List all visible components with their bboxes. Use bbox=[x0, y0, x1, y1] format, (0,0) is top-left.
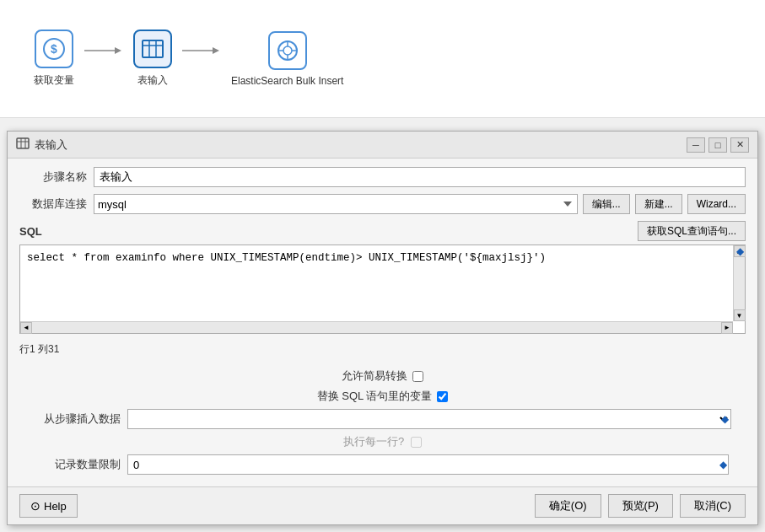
scroll-left-btn[interactable]: ◄ bbox=[20, 322, 32, 334]
footer-left: ⊙ Help bbox=[19, 494, 78, 518]
dialog-title-text: 表输入 bbox=[35, 137, 67, 153]
sql-header: SQL 获取SQL查询语句... bbox=[19, 221, 746, 241]
limit-label: 记录数量限制 bbox=[36, 457, 121, 472]
pipeline-node-get-var[interactable]: $ 获取变量 bbox=[34, 30, 74, 88]
cancel-button[interactable]: 取消(C) bbox=[680, 494, 746, 518]
table-input-dialog: 表输入 ─ □ ✕ 步骤名称 数据库连接 mysql 编辑... 新建... W… bbox=[7, 131, 758, 525]
sql-label: SQL bbox=[19, 225, 42, 238]
help-button[interactable]: ⊙ Help bbox=[19, 494, 78, 518]
arrow-1 bbox=[74, 42, 133, 76]
new-button[interactable]: 新建... bbox=[635, 194, 682, 214]
step-name-input[interactable] bbox=[94, 167, 746, 187]
step-name-row: 步骤名称 bbox=[19, 167, 746, 187]
from-step-select[interactable] bbox=[127, 409, 731, 429]
sql-scrollbar-h: ◄ ► bbox=[20, 321, 733, 333]
execute-each-checkbox[interactable] bbox=[411, 437, 422, 448]
svg-text:$: $ bbox=[51, 42, 57, 56]
options-section: 允许简易转换 替换 SQL 语句里的变量 从步骤插入数据 ◆ 执行每一行? bbox=[19, 365, 746, 478]
sql-editor[interactable]: select * from examinfo where UNIX_TIMEST… bbox=[20, 245, 733, 321]
minimize-button[interactable]: ─ bbox=[687, 137, 705, 153]
get-var-label: 获取变量 bbox=[34, 73, 74, 88]
svg-marker-9 bbox=[213, 47, 219, 54]
svg-rect-4 bbox=[143, 40, 163, 57]
db-conn-select[interactable]: mysql bbox=[94, 194, 578, 214]
pipeline-node-table-input[interactable]: 表输入 bbox=[133, 30, 172, 88]
from-step-row: 从步骤插入数据 ◆ bbox=[19, 409, 746, 429]
sql-editor-wrapper: select * from examinfo where UNIX_TIMEST… bbox=[19, 245, 746, 334]
sql-scrollbar-v: ▲ ▼ ◆ bbox=[733, 245, 745, 321]
sql-section: SQL 获取SQL查询语句... select * from examinfo … bbox=[19, 221, 746, 334]
wizard-button[interactable]: Wizard... bbox=[687, 194, 746, 214]
dialog-title: 表输入 bbox=[16, 137, 67, 153]
limit-diamond-icon: ◆ bbox=[719, 459, 727, 470]
help-label: Help bbox=[44, 500, 67, 513]
replace-var-row: 替换 SQL 语句里的变量 bbox=[19, 389, 746, 404]
execute-each-label: 执行每一行? bbox=[343, 434, 404, 449]
arrow-2 bbox=[172, 42, 231, 76]
close-button[interactable]: ✕ bbox=[730, 137, 749, 153]
get-var-icon: $ bbox=[35, 30, 73, 68]
maximize-button[interactable]: □ bbox=[708, 137, 727, 153]
allow-lazy-checkbox[interactable] bbox=[412, 371, 423, 382]
es-bulk-icon bbox=[268, 31, 307, 70]
svg-rect-16 bbox=[17, 138, 29, 148]
pipeline-area: $ 获取变量 表输入 bbox=[0, 0, 765, 118]
db-conn-label: 数据库连接 bbox=[19, 196, 87, 212]
get-sql-button[interactable]: 获取SQL查询语句... bbox=[638, 221, 746, 241]
svg-point-11 bbox=[283, 46, 292, 55]
pipeline-node-es-bulk[interactable]: ElasticSearch Bulk Insert bbox=[231, 31, 343, 87]
allow-lazy-row: 允许简易转换 bbox=[19, 368, 746, 384]
dialog-titlebar: 表输入 ─ □ ✕ bbox=[8, 132, 757, 159]
svg-marker-3 bbox=[115, 47, 121, 54]
step-name-label: 步骤名称 bbox=[19, 169, 87, 185]
sql-diamond-icon: ◆ bbox=[736, 246, 744, 256]
limit-row: 记录数量限制 ◆ bbox=[19, 454, 746, 475]
es-bulk-label: ElasticSearch Bulk Insert bbox=[231, 75, 343, 87]
footer-right: 确定(O) 预览(P) 取消(C) bbox=[535, 494, 746, 518]
status-bar: 行1 列31 bbox=[19, 341, 746, 358]
ok-button[interactable]: 确定(O) bbox=[535, 494, 601, 518]
table-input-icon bbox=[133, 30, 172, 68]
replace-var-label: 替换 SQL 语句里的变量 bbox=[317, 389, 433, 404]
scroll-v-track bbox=[734, 257, 745, 309]
dialog-footer: ⊙ Help 确定(O) 预览(P) 取消(C) bbox=[8, 486, 757, 524]
dialog-title-icon bbox=[16, 137, 30, 153]
limit-input[interactable] bbox=[127, 454, 729, 475]
dialog-body: 步骤名称 数据库连接 mysql 编辑... 新建... Wizard... S… bbox=[8, 159, 757, 486]
execute-each-row: 执行每一行? bbox=[19, 434, 746, 449]
help-icon: ⊙ bbox=[30, 499, 40, 513]
replace-var-checkbox[interactable] bbox=[437, 391, 448, 402]
edit-button[interactable]: 编辑... bbox=[583, 194, 630, 214]
from-step-label: 从步骤插入数据 bbox=[36, 411, 121, 427]
db-conn-row: 数据库连接 mysql 编辑... 新建... Wizard... bbox=[19, 194, 746, 214]
scroll-down-btn[interactable]: ▼ bbox=[734, 309, 746, 321]
dialog-controls: ─ □ ✕ bbox=[687, 137, 749, 153]
scroll-h-track bbox=[32, 322, 721, 333]
table-input-label: 表输入 bbox=[137, 73, 168, 88]
preview-button[interactable]: 预览(P) bbox=[608, 494, 673, 518]
scroll-right-btn[interactable]: ► bbox=[721, 322, 733, 334]
allow-lazy-label: 允许简易转换 bbox=[342, 368, 407, 384]
